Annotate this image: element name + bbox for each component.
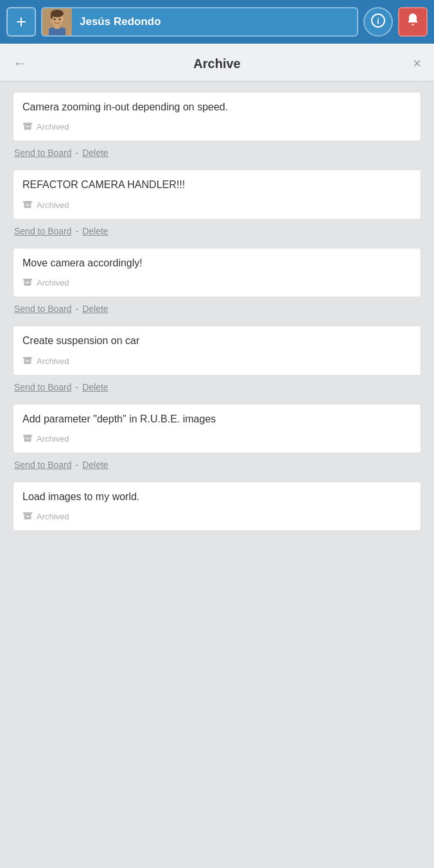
archive-header: ← Archive ×	[0, 44, 434, 82]
archive-item-2: REFACTOR CAMERA HANDLER!!! Archived Send…	[13, 169, 421, 245]
send-to-board-4[interactable]: Send to Board	[14, 382, 72, 392]
svg-rect-3	[51, 13, 53, 19]
delete-4[interactable]: Delete	[82, 382, 108, 392]
card-4-actions: Send to Board - Delete	[13, 376, 421, 401]
user-profile-button[interactable]: Jesús Redondo	[41, 7, 358, 37]
notifications-button[interactable]	[398, 7, 428, 37]
page-title: Archive	[193, 56, 240, 71]
card-5-status: Archived	[22, 433, 412, 445]
topbar: + Jesús Redondo	[0, 0, 434, 44]
archive-item-3: Move camera accordingly! Archived Send t…	[13, 248, 421, 323]
card-4-title: Create suspension on car	[22, 334, 412, 348]
card-2-status: Archived	[22, 199, 412, 211]
send-to-board-5[interactable]: Send to Board	[14, 460, 72, 470]
delete-2[interactable]: Delete	[82, 226, 108, 236]
svg-rect-12	[26, 126, 30, 128]
card-3-actions: Send to Board - Delete	[13, 297, 421, 323]
svg-rect-19	[23, 357, 32, 359]
archive-item-1: Camera zooming in-out depending on speed…	[13, 92, 421, 167]
svg-rect-24	[26, 438, 30, 439]
separator-1: -	[76, 148, 79, 158]
svg-rect-27	[26, 516, 30, 517]
svg-rect-22	[23, 435, 32, 437]
info-icon: i	[371, 13, 385, 31]
avatar	[42, 7, 72, 37]
card-5: Add parameter "depth" in R.U.B.E. images…	[13, 404, 421, 453]
card-6: Load images to my world. Archived	[13, 482, 421, 531]
card-2-status-label: Archived	[37, 200, 69, 210]
card-3: Move camera accordingly! Archived	[13, 248, 421, 297]
card-6-status-label: Archived	[37, 512, 69, 521]
card-1-actions: Send to Board - Delete	[13, 141, 421, 167]
card-2-actions: Send to Board - Delete	[13, 220, 421, 245]
send-to-board-1[interactable]: Send to Board	[14, 148, 72, 158]
archived-icon-4	[22, 355, 33, 367]
archived-icon-2	[22, 199, 33, 211]
card-4-status-label: Archived	[37, 356, 69, 366]
delete-5[interactable]: Delete	[82, 460, 108, 470]
avatar-image	[42, 7, 72, 37]
svg-point-6	[54, 19, 56, 21]
separator-3: -	[76, 304, 79, 314]
svg-rect-15	[26, 204, 30, 205]
svg-rect-5	[55, 25, 60, 29]
svg-rect-18	[26, 282, 30, 284]
card-5-title: Add parameter "depth" in R.U.B.E. images	[22, 412, 412, 426]
card-1-status-label: Archived	[37, 122, 69, 132]
delete-3[interactable]: Delete	[82, 304, 108, 314]
user-name-label: Jesús Redondo	[72, 15, 169, 28]
separator-5: -	[76, 460, 79, 470]
card-1-title: Camera zooming in-out depending on speed…	[22, 100, 412, 114]
close-button[interactable]: ×	[401, 55, 421, 72]
svg-rect-21	[26, 360, 30, 361]
plus-icon: +	[16, 13, 26, 31]
send-to-board-2[interactable]: Send to Board	[14, 226, 72, 236]
add-button[interactable]: +	[6, 7, 36, 37]
send-to-board-3[interactable]: Send to Board	[14, 304, 72, 314]
card-5-status-label: Archived	[37, 434, 69, 444]
separator-2: -	[76, 226, 79, 236]
back-button[interactable]: ←	[13, 55, 33, 72]
archived-icon-1	[22, 121, 33, 133]
bell-icon	[405, 12, 421, 31]
card-6-status: Archived	[22, 510, 412, 523]
archive-item-4: Create suspension on car Archived Send t…	[13, 326, 421, 401]
card-3-status-label: Archived	[37, 278, 69, 288]
svg-rect-25	[23, 512, 32, 514]
archived-icon-5	[22, 433, 33, 445]
card-4: Create suspension on car Archived	[13, 326, 421, 375]
card-1: Camera zooming in-out depending on speed…	[13, 92, 421, 141]
card-1-status: Archived	[22, 121, 412, 133]
card-3-title: Move camera accordingly!	[22, 256, 412, 270]
svg-rect-13	[23, 201, 32, 203]
archived-icon-6	[22, 510, 33, 523]
archived-icon-3	[22, 277, 33, 289]
card-5-actions: Send to Board - Delete	[13, 453, 421, 479]
svg-rect-10	[23, 123, 32, 125]
info-button[interactable]: i	[363, 7, 393, 37]
delete-1[interactable]: Delete	[82, 148, 108, 158]
card-2-title: REFACTOR CAMERA HANDLER!!!	[22, 178, 412, 192]
svg-text:i: i	[377, 16, 379, 26]
card-3-status: Archived	[22, 277, 412, 289]
svg-rect-4	[49, 28, 65, 37]
card-6-title: Load images to my world.	[22, 490, 412, 504]
card-2: REFACTOR CAMERA HANDLER!!! Archived	[13, 169, 421, 219]
svg-point-7	[59, 19, 61, 21]
archive-item-6: Load images to my world. Archived	[13, 482, 421, 531]
archive-content: Camera zooming in-out depending on speed…	[0, 82, 434, 544]
svg-rect-16	[23, 279, 32, 281]
separator-4: -	[76, 382, 79, 392]
card-4-status: Archived	[22, 355, 412, 367]
archive-item-5: Add parameter "depth" in R.U.B.E. images…	[13, 404, 421, 479]
